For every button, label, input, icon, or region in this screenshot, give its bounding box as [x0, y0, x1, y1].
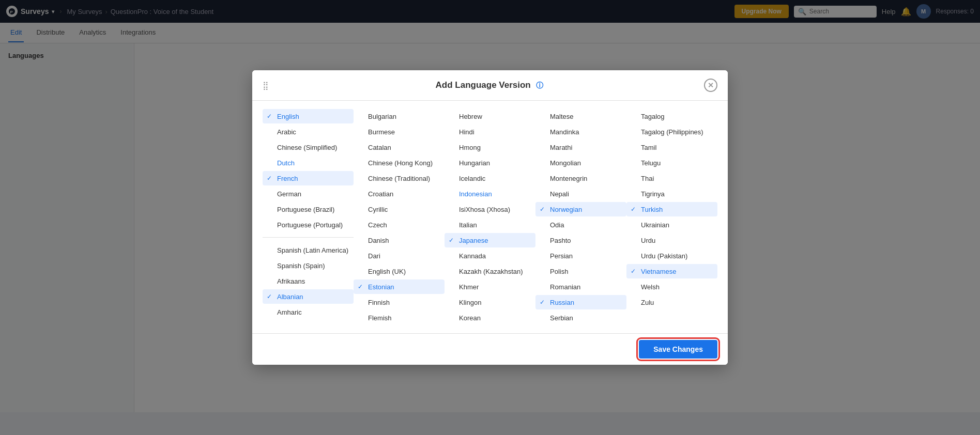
modal-close-button[interactable]: ✕ — [704, 79, 717, 92]
modal-help-icon[interactable]: ⓘ — [536, 81, 543, 89]
lang-urdu[interactable]: Urdu — [626, 233, 717, 247]
lang-romanian[interactable]: Romanian — [535, 279, 626, 294]
lang-urdu-pakistan[interactable]: Urdu (Pakistan) — [626, 248, 717, 263]
lang-tigrinya[interactable]: Tigrinya — [626, 187, 717, 201]
lang-col-4: Maltese Mandinka Marathi Mongolian — [535, 109, 626, 325]
check-icon: ✓ — [449, 237, 456, 244]
lang-chinese-hk[interactable]: Chinese (Hong Kong) — [354, 156, 445, 170]
lang-english-uk[interactable]: English (UK) — [354, 264, 445, 278]
col1-divider — [263, 237, 354, 238]
lang-danish[interactable]: Danish — [354, 233, 445, 247]
lang-hebrew[interactable]: Hebrew — [445, 109, 535, 123]
lang-italian[interactable]: Italian — [445, 218, 535, 232]
lang-spanish-latin[interactable]: Spanish (Latin America) — [263, 243, 354, 257]
modal-title: Add Language Version ⓘ — [275, 80, 704, 90]
lang-english-col1[interactable]: ✓ English — [263, 109, 354, 123]
lang-portuguese-brazil[interactable]: Portuguese (Brazil) — [263, 202, 354, 216]
lang-flemish[interactable]: Flemish — [354, 310, 445, 325]
lang-montenegrin[interactable]: Montenegrin — [535, 171, 626, 185]
lang-hindi[interactable]: Hindi — [445, 125, 535, 139]
add-language-modal: ⣿ Add Language Version ⓘ ✕ ✓ English Ara… — [252, 70, 728, 365]
lang-indonesian[interactable]: Indonesian — [445, 187, 535, 201]
lang-zulu[interactable]: Zulu — [626, 295, 717, 309]
lang-afrikaans[interactable]: Afrikaans — [263, 274, 354, 288]
lang-korean[interactable]: Korean — [445, 310, 535, 325]
lang-bulgarian[interactable]: Bulgarian — [354, 109, 445, 123]
lang-thai[interactable]: Thai — [626, 171, 717, 185]
language-grid: ✓ English Arabic Chinese (Simplified) Du… — [263, 109, 717, 325]
lang-croatian[interactable]: Croatian — [354, 187, 445, 201]
lang-klingon[interactable]: Klingon — [445, 295, 535, 309]
check-icon: ✓ — [358, 283, 365, 290]
lang-tagalog-philippines[interactable]: Tagalog (Philippines) — [626, 125, 717, 139]
lang-russian[interactable]: ✓ Russian — [535, 295, 626, 309]
lang-tamil[interactable]: Tamil — [626, 140, 717, 154]
lang-tagalog[interactable]: Tagalog — [626, 109, 717, 123]
modal-body: ✓ English Arabic Chinese (Simplified) Du… — [252, 101, 728, 333]
lang-kannada[interactable]: Kannada — [445, 248, 535, 263]
lang-col-3: Hebrew Hindi Hmong Hungarian — [445, 109, 535, 325]
modal-footer: Save Changes — [252, 333, 728, 365]
lang-odia[interactable]: Odia — [535, 218, 626, 232]
check-icon: ✓ — [267, 113, 274, 120]
lang-icelandic[interactable]: Icelandic — [445, 171, 535, 185]
lang-pashto[interactable]: Pashto — [535, 233, 626, 247]
lang-dutch[interactable]: Dutch — [263, 156, 354, 170]
lang-isixhosa[interactable]: IsiXhosa (Xhosa) — [445, 202, 535, 216]
check-icon: ✓ — [540, 206, 547, 213]
lang-marathi[interactable]: Marathi — [535, 140, 626, 154]
drag-handle[interactable]: ⣿ — [263, 81, 269, 90]
lang-burmese[interactable]: Burmese — [354, 125, 445, 139]
lang-vietnamese[interactable]: ✓ Vietnamese — [626, 264, 717, 278]
check-icon: ✓ — [267, 293, 274, 300]
lang-finnish[interactable]: Finnish — [354, 295, 445, 309]
modal-overlay[interactable]: ⣿ Add Language Version ⓘ ✕ ✓ English Ara… — [0, 0, 980, 412]
lang-ukrainian[interactable]: Ukrainian — [626, 218, 717, 232]
lang-welsh[interactable]: Welsh — [626, 279, 717, 294]
lang-serbian[interactable]: Serbian — [535, 310, 626, 325]
lang-polish[interactable]: Polish — [535, 264, 626, 278]
lang-turkish[interactable]: ✓ Turkish — [626, 202, 717, 216]
lang-kazakh[interactable]: Kazakh (Kazakhstan) — [445, 264, 535, 278]
lang-mandinka[interactable]: Mandinka — [535, 125, 626, 139]
lang-czech[interactable]: Czech — [354, 218, 445, 232]
check-icon: ✓ — [631, 268, 638, 275]
lang-khmer[interactable]: Khmer — [445, 279, 535, 294]
lang-german[interactable]: German — [263, 187, 354, 201]
lang-dari[interactable]: Dari — [354, 248, 445, 263]
lang-hmong[interactable]: Hmong — [445, 140, 535, 154]
lang-spanish-spain[interactable]: Spanish (Spain) — [263, 258, 354, 273]
lang-mongolian[interactable]: Mongolian — [535, 156, 626, 170]
lang-catalan[interactable]: Catalan — [354, 140, 445, 154]
lang-persian[interactable]: Persian — [535, 248, 626, 263]
lang-nepali[interactable]: Nepali — [535, 187, 626, 201]
check-icon: ✓ — [267, 175, 274, 182]
lang-albanian[interactable]: ✓ Albanian — [263, 289, 354, 304]
lang-chinese-traditional[interactable]: Chinese (Traditional) — [354, 171, 445, 185]
lang-col-1: ✓ English Arabic Chinese (Simplified) Du… — [263, 109, 354, 325]
lang-hungarian[interactable]: Hungarian — [445, 156, 535, 170]
check-icon: ✓ — [631, 206, 638, 213]
lang-estonian[interactable]: ✓ Estonian — [354, 279, 445, 294]
lang-arabic[interactable]: Arabic — [263, 125, 354, 139]
lang-cyrillic[interactable]: Cyrillic — [354, 202, 445, 216]
lang-norwegian[interactable]: ✓ Norwegian — [535, 202, 626, 216]
lang-chinese-simplified[interactable]: Chinese (Simplified) — [263, 140, 354, 154]
lang-japanese[interactable]: ✓ Japanese — [445, 233, 535, 247]
lang-col-2: Bulgarian Burmese Catalan Chinese (Hong … — [354, 109, 445, 325]
lang-portuguese-portugal[interactable]: Portuguese (Portugal) — [263, 218, 354, 232]
lang-col-5: Tagalog Tagalog (Philippines) Tamil Telu… — [626, 109, 717, 325]
lang-french[interactable]: ✓ French — [263, 171, 354, 185]
lang-maltese[interactable]: Maltese — [535, 109, 626, 123]
check-icon: ✓ — [540, 299, 547, 306]
lang-amharic[interactable]: Amharic — [263, 305, 354, 319]
modal-header: ⣿ Add Language Version ⓘ ✕ — [252, 70, 728, 101]
lang-telugu[interactable]: Telugu — [626, 156, 717, 170]
save-changes-button[interactable]: Save Changes — [639, 340, 717, 359]
